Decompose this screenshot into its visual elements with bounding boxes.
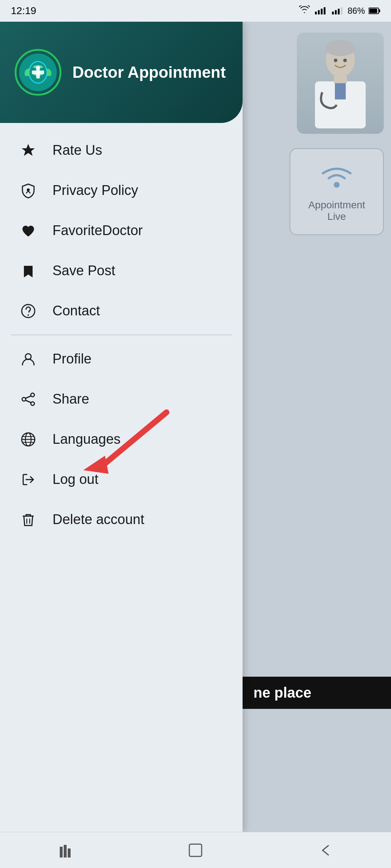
profile-label: Profile xyxy=(52,351,92,367)
menu-item-delete-account[interactable]: Delete account xyxy=(0,499,243,540)
status-bar: 12:19 86% xyxy=(0,0,391,22)
content-inner: Appointment Live xyxy=(243,22,391,832)
doctor-card xyxy=(297,33,384,134)
svg-point-30 xyxy=(343,59,347,62)
svg-point-12 xyxy=(22,397,26,401)
languages-label: Languages xyxy=(52,431,121,447)
question-icon xyxy=(18,301,38,321)
shield-icon xyxy=(18,180,38,200)
menu-item-rate-us[interactable]: Rate Us xyxy=(0,130,243,170)
bookmark-icon xyxy=(18,261,38,281)
bottom-nav-bar xyxy=(0,832,391,868)
star-icon xyxy=(18,140,38,160)
delete-account-label: Delete account xyxy=(52,512,144,527)
svg-rect-27 xyxy=(335,81,346,99)
navigation-drawer: Doctor Appointment Rate Us xyxy=(0,22,243,832)
privacy-policy-label: Privacy Policy xyxy=(52,183,138,198)
doctor-image xyxy=(297,33,384,134)
main-content-area: Appointment Live ne place xyxy=(243,22,391,832)
main-layout: Doctor Appointment Rate Us xyxy=(0,22,391,832)
one-place-banner: ne place xyxy=(243,677,391,709)
drawer-header: Doctor Appointment xyxy=(0,22,243,123)
globe-icon xyxy=(18,429,38,449)
signal-bars-1 xyxy=(315,7,325,14)
favorite-doctor-label: FavoriteDoctor xyxy=(52,223,143,238)
one-place-text: ne place xyxy=(253,685,311,701)
battery-icon xyxy=(369,7,380,14)
appointment-live-card: Appointment Live xyxy=(290,148,384,235)
appointment-live-text: Appointment Live xyxy=(308,199,365,222)
menu-item-logout[interactable]: Log out xyxy=(0,459,243,499)
svg-point-9 xyxy=(28,314,29,316)
status-time: 12:19 xyxy=(11,5,36,17)
menu-item-contact[interactable]: Contact xyxy=(0,291,243,331)
menu-divider xyxy=(11,335,232,335)
svg-rect-34 xyxy=(64,845,67,858)
svg-rect-36 xyxy=(189,844,202,856)
svg-point-25 xyxy=(325,40,356,56)
logout-icon xyxy=(18,469,38,489)
recents-button[interactable] xyxy=(51,839,80,861)
share-icon xyxy=(18,389,38,409)
svg-point-29 xyxy=(334,59,337,62)
app-logo xyxy=(14,49,62,96)
svg-rect-2 xyxy=(369,9,377,13)
menu-item-share[interactable]: Share xyxy=(0,379,243,419)
share-label: Share xyxy=(52,391,89,407)
app-title: Doctor Appointment xyxy=(72,63,226,82)
svg-point-31 xyxy=(334,182,340,188)
svg-point-13 xyxy=(31,402,34,405)
svg-rect-6 xyxy=(32,71,44,74)
battery-indicator: 86% xyxy=(348,6,365,16)
back-button[interactable] xyxy=(311,839,340,861)
svg-point-11 xyxy=(31,393,34,397)
svg-rect-33 xyxy=(60,847,63,858)
contact-label: Contact xyxy=(52,303,100,319)
svg-rect-28 xyxy=(334,76,347,83)
menu-item-privacy-policy[interactable]: Privacy Policy xyxy=(0,170,243,210)
rate-us-label: Rate Us xyxy=(52,142,102,158)
home-button[interactable] xyxy=(181,839,210,861)
heart-icon xyxy=(18,221,38,241)
svg-rect-35 xyxy=(68,848,71,858)
logout-label: Log out xyxy=(52,472,98,487)
svg-point-7 xyxy=(27,188,30,191)
trash-icon xyxy=(18,510,38,529)
menu-item-languages[interactable]: Languages xyxy=(0,419,243,459)
save-post-label: Save Post xyxy=(52,263,115,278)
signal-bars-2 xyxy=(332,7,342,14)
svg-line-14 xyxy=(26,396,31,398)
svg-rect-1 xyxy=(379,9,380,12)
person-icon xyxy=(18,349,38,369)
menu-item-profile[interactable]: Profile xyxy=(0,339,243,379)
menu-item-favorite-doctor[interactable]: FavoriteDoctor xyxy=(0,210,243,251)
status-icons xyxy=(299,5,310,16)
menu-item-save-post[interactable]: Save Post xyxy=(0,251,243,291)
status-right: 86% xyxy=(299,5,380,16)
menu-section: Rate Us Privacy Policy xyxy=(0,123,243,832)
svg-line-15 xyxy=(26,400,31,403)
